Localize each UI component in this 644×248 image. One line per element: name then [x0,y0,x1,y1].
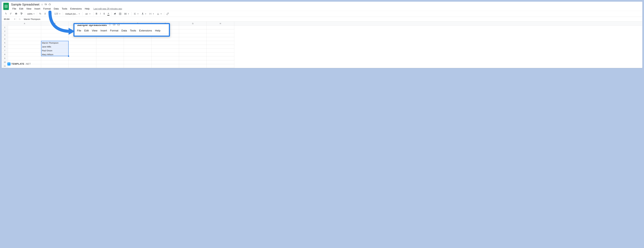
cell-D4[interactable] [96,37,124,41]
row-header-3[interactable]: 3 [2,33,8,37]
cell-H9[interactable] [207,56,234,60]
menu-view[interactable]: View [25,7,33,11]
cell-A9[interactable] [8,56,41,60]
column-header-H[interactable]: H [207,22,234,26]
cell-B7[interactable]: Paul Orson [41,49,69,52]
text-wrap-button[interactable]: ▼ [148,12,155,16]
cell-F4[interactable] [152,37,179,41]
cell-B2[interactable] [41,30,69,33]
cell-F10[interactable] [152,60,179,64]
borders-button[interactable] [118,12,122,16]
cell-H6[interactable] [207,45,234,49]
callout-menu-help[interactable]: Help [155,29,160,32]
cell-B4[interactable] [41,37,69,41]
row-header-11[interactable]: 11 [2,64,8,68]
cell-D11[interactable] [96,64,124,68]
cell-A5[interactable] [8,41,41,45]
cell-H1[interactable] [207,26,234,30]
font-size-dropdown[interactable]: 10▼ [84,12,92,16]
text-rotation-button[interactable]: ▼ [156,12,163,16]
cell-E7[interactable] [124,49,152,52]
bold-button[interactable]: B [95,12,98,16]
cell-B3[interactable] [41,33,69,37]
callout-menu-extensions[interactable]: Extensions [139,29,152,32]
cell-D8[interactable] [96,52,124,56]
cell-B1[interactable] [41,26,69,30]
cell-H11[interactable] [207,64,234,68]
cell-E10[interactable] [124,60,152,64]
sheets-logo-icon[interactable] [3,3,9,10]
cell-A3[interactable] [8,33,41,37]
cell-D5[interactable] [96,41,124,45]
merge-cells-button[interactable]: ▼ [123,12,130,16]
paint-format-button[interactable] [19,12,24,16]
menu-format[interactable]: Format [42,7,52,11]
cell-B10[interactable] [41,60,69,64]
move-folder-icon[interactable] [44,3,47,6]
cell-C10[interactable] [69,60,96,64]
font-dropdown[interactable]: Default (Ari...▼ [64,12,81,16]
menu-help[interactable]: Help [83,7,91,11]
increase-decimal-button[interactable]: .00 [48,12,53,16]
vertical-align-button[interactable]: ▼ [140,12,148,16]
callout-menu-data[interactable]: Data [122,29,127,32]
row-header-6[interactable]: 6 [2,45,8,49]
cell-D10[interactable] [96,60,124,64]
fill-color-button[interactable] [112,12,117,16]
row-header-7[interactable]: 7 [2,49,8,52]
name-box[interactable]: B5:B8▼ [3,18,16,21]
cell-F7[interactable] [152,49,179,52]
decrease-decimal-button[interactable]: .0 [43,12,47,16]
cell-E6[interactable] [124,45,152,49]
cell-G10[interactable] [179,60,207,64]
cell-G8[interactable] [179,52,207,56]
cell-E9[interactable] [124,56,152,60]
format-123-button[interactable]: 123▼ [53,12,62,16]
last-edit-link[interactable]: Last edit was 29 minutes ago [94,8,122,10]
cell-B6[interactable]: Jane Mills [41,45,69,49]
cell-G7[interactable] [179,49,207,52]
cell-A4[interactable] [8,37,41,41]
cell-D7[interactable] [96,49,124,52]
menu-data[interactable]: Data [52,7,60,11]
cell-D6[interactable] [96,45,124,49]
cell-H8[interactable] [207,52,234,56]
cell-A8[interactable] [8,52,41,56]
horizontal-align-button[interactable]: ▼ [132,12,140,16]
column-header-B[interactable]: B [41,22,69,26]
cell-C9[interactable] [69,56,96,60]
italic-button[interactable]: I [99,12,102,16]
cell-F11[interactable] [152,64,179,68]
cell-C7[interactable] [69,49,96,52]
menu-edit[interactable]: Edit [18,7,24,11]
cell-F8[interactable] [152,52,179,56]
cell-G1[interactable] [179,26,207,30]
redo-button[interactable] [8,12,13,16]
row-header-8[interactable]: 8 [2,52,8,56]
text-color-button[interactable]: A [106,12,110,16]
cell-G6[interactable] [179,45,207,49]
cell-A2[interactable] [8,30,41,33]
cell-B5[interactable]: Marvin Thompson [41,41,69,45]
cell-B9[interactable] [41,56,69,60]
strikethrough-button[interactable]: S [102,12,106,16]
cell-G9[interactable] [179,56,207,60]
cell-G4[interactable] [179,37,207,41]
cell-A6[interactable] [8,45,41,49]
select-all-corner[interactable] [2,22,8,26]
menu-insert[interactable]: Insert [33,7,42,11]
row-header-4[interactable]: 4 [2,37,8,41]
cell-H5[interactable] [207,41,234,45]
callout-menu-tools[interactable]: Tools [130,29,136,32]
cell-F9[interactable] [152,56,179,60]
cell-D9[interactable] [96,56,124,60]
cell-H4[interactable] [207,37,234,41]
cell-C11[interactable] [69,64,96,68]
zoom-dropdown[interactable]: 100%▼ [26,12,36,16]
cell-F6[interactable] [152,45,179,49]
cell-B11[interactable] [41,64,69,68]
print-button[interactable] [14,12,18,16]
row-header-5[interactable]: 5 [2,41,8,45]
cell-E5[interactable] [124,41,152,45]
column-header-A[interactable]: A [8,22,41,26]
